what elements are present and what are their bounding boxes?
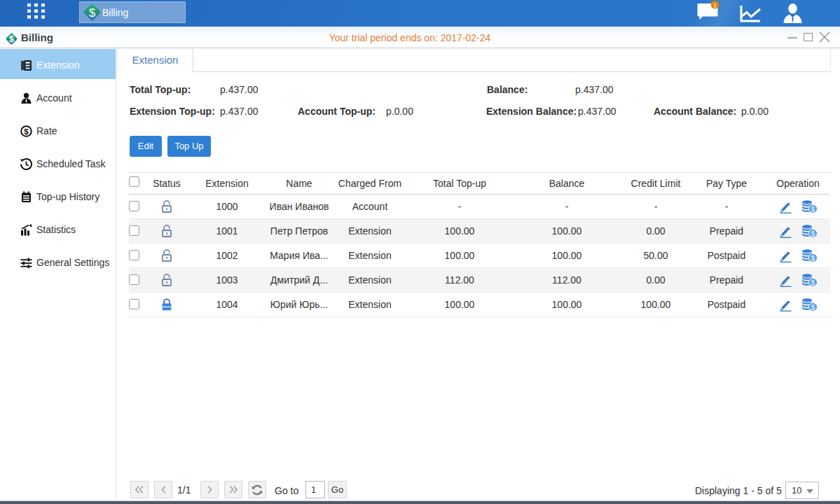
svg-text:$: $ bbox=[811, 205, 815, 214]
svg-text:$: $ bbox=[811, 279, 815, 287]
svg-text:$: $ bbox=[24, 127, 29, 136]
svg-text:$: $ bbox=[811, 254, 815, 262]
svg-text:!: ! bbox=[714, 1, 716, 9]
svg-text:$: $ bbox=[811, 303, 815, 312]
svg-text:$: $ bbox=[89, 6, 96, 20]
svg-text:$: $ bbox=[811, 230, 815, 238]
